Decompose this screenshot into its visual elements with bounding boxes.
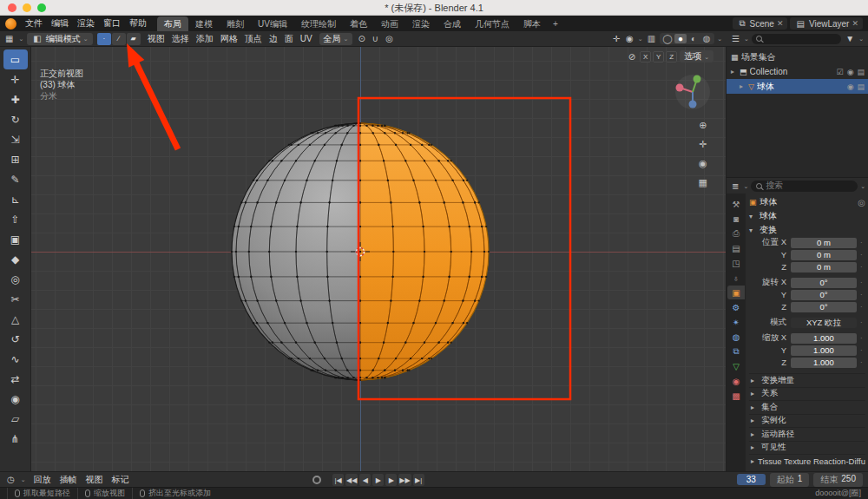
tool-button[interactable]: ⊾ — [3, 189, 28, 209]
viewport-menu-item[interactable]: 边 — [266, 32, 281, 46]
expand-caret-icon[interactable]: ▸ — [740, 82, 746, 90]
animate-dot-icon[interactable]: ∙ — [857, 358, 865, 366]
workspace-tab[interactable]: 几何节点 — [468, 16, 516, 31]
workspace-tab[interactable]: 动画 — [374, 16, 405, 31]
menu-item[interactable]: 帮助 — [125, 16, 151, 30]
transport-button[interactable]: ◀ — [359, 474, 371, 486]
tool-button[interactable]: ✎ — [3, 169, 28, 189]
viewport-menu-item[interactable]: UV — [297, 32, 316, 46]
properties-tab[interactable]: ◳ — [727, 256, 745, 270]
viewport-menu-item[interactable]: 添加 — [193, 32, 217, 46]
transport-button[interactable]: ◀◀ — [345, 474, 358, 486]
checkbox-icon[interactable]: ☑ — [837, 68, 844, 76]
snap-magnet-icon[interactable]: ∪ — [371, 34, 380, 43]
shading-options-caret-icon[interactable]: ⌄ — [717, 36, 722, 42]
field-value-input[interactable]: 0° — [791, 290, 857, 300]
tool-button[interactable]: ⊞ — [3, 149, 28, 169]
select-mode-button[interactable]: ∕ — [112, 33, 126, 45]
properties-tab[interactable]: ▽ — [727, 359, 745, 373]
transport-button[interactable]: ▶ — [372, 474, 384, 486]
options-dropdown[interactable]: 选项 ⌄ — [680, 50, 713, 62]
viewport-nav-icon[interactable]: ✛ — [699, 139, 707, 150]
menu-item[interactable]: 编辑 — [47, 16, 73, 30]
animate-dot-icon[interactable]: ∙ — [857, 346, 865, 354]
shading-mode-button[interactable]: ◐ — [687, 34, 700, 43]
tool-button[interactable]: ⇄ — [3, 369, 28, 389]
hide-eye-icon[interactable]: ◉ — [847, 68, 854, 76]
animate-dot-icon[interactable]: ∙ — [857, 251, 865, 259]
tool-button[interactable]: ▣ — [3, 229, 28, 249]
properties-tab[interactable]: ▣ — [727, 286, 745, 299]
tool-button[interactable]: ∿ — [3, 349, 28, 369]
auto-keying-button[interactable] — [312, 476, 321, 484]
pin-icon[interactable]: ◎ — [858, 198, 865, 207]
timeline-editor-icon[interactable]: ◷ — [5, 475, 16, 484]
outliner-search-input[interactable] — [752, 34, 841, 44]
mirror-axis-button[interactable]: Y — [653, 51, 664, 62]
viewport-nav-icon[interactable]: ⊕ — [699, 120, 707, 131]
tool-button[interactable]: ↻ — [3, 109, 28, 129]
collapsed-panel-header[interactable]: ▸ 变换增量 — [749, 373, 865, 387]
properties-tab[interactable]: ◉ — [727, 374, 745, 388]
collapsed-panel-header[interactable]: ▸ 关系 — [749, 387, 865, 401]
workspace-tab[interactable]: 纹理绘制 — [294, 16, 343, 31]
viewport-menu-item[interactable]: 顶点 — [241, 32, 266, 46]
tool-button[interactable]: ⋔ — [3, 429, 28, 449]
tool-button[interactable]: ✚ — [3, 89, 28, 109]
transport-button[interactable]: ▶ — [385, 474, 397, 486]
tool-button[interactable]: ✂ — [3, 289, 28, 309]
disable-render-camera-icon[interactable]: ▤ — [857, 68, 865, 76]
disable-render-camera-icon[interactable]: ▤ — [857, 82, 865, 91]
field-value-input[interactable]: 0 m — [791, 262, 857, 272]
properties-editor-icon[interactable]: ≣ — [730, 181, 740, 191]
transport-button[interactable]: ▶▶ — [398, 474, 411, 486]
workspace-tab[interactable]: UV编辑 — [251, 16, 294, 31]
field-value-input[interactable]: 1.000 — [791, 345, 857, 356]
workspace-tab[interactable]: 脚本 — [516, 16, 548, 31]
viewport-3d[interactable]: 正交前视图 (33) 球体 分米 ⊘ XYZ 选项 ⌄ ⊕✛◉▦ — [31, 47, 726, 471]
field-value-input[interactable]: 1.000 — [791, 358, 857, 368]
tool-button[interactable]: ⇧ — [3, 209, 28, 229]
field-value-input[interactable]: 0 m — [791, 250, 857, 260]
unlink-scene-icon[interactable]: ✕ — [777, 19, 784, 28]
tool-button[interactable]: ⇲ — [3, 129, 28, 149]
select-mode-button[interactable]: ▰ — [127, 33, 141, 45]
tool-button[interactable]: △ — [3, 309, 28, 329]
collapsed-panel-header[interactable]: ▸ 实例化 — [749, 414, 865, 428]
hide-eye-icon[interactable]: ◉ — [847, 82, 854, 91]
transport-button[interactable]: |◀ — [332, 474, 344, 486]
workspace-tab[interactable]: 雕刻 — [220, 16, 251, 31]
workspace-tab[interactable]: 着色 — [343, 16, 374, 31]
field-value-input[interactable]: XYZ 欧拉 — [791, 318, 857, 328]
animate-dot-icon[interactable]: ∙ — [857, 279, 865, 286]
animate-dot-icon[interactable]: ∙ — [857, 303, 865, 311]
shading-mode-button[interactable]: ◯ — [661, 34, 674, 43]
animate-dot-icon[interactable]: ∙ — [857, 263, 865, 271]
menu-item[interactable]: 渲染 — [73, 16, 99, 30]
properties-tab[interactable]: ⧉ — [727, 345, 745, 358]
properties-tab[interactable]: ◙ — [727, 212, 745, 226]
properties-tab[interactable]: ✴ — [727, 315, 745, 329]
workspace-tab[interactable]: 建模 — [188, 16, 220, 31]
timeline-menu-item[interactable]: 回放 — [30, 473, 55, 487]
shading-mode-button[interactable]: ◍ — [700, 34, 713, 43]
properties-tab[interactable]: ♁ — [727, 271, 745, 285]
add-workspace-button[interactable]: + — [549, 19, 562, 29]
remove-viewlayer-icon[interactable]: ✕ — [852, 19, 858, 28]
object-panel-header[interactable]: ▾ 球体 — [749, 209, 865, 223]
animate-dot-icon[interactable]: ∙ — [857, 291, 865, 299]
menu-item[interactable]: 窗口 — [99, 16, 125, 30]
workspace-tab[interactable]: 合成 — [437, 16, 468, 31]
timeline-menu-item[interactable]: 视图 — [82, 473, 107, 487]
tool-button[interactable]: ✛ — [3, 69, 28, 89]
viewlayer-selector[interactable]: ▤ ViewLayer ✕ — [790, 17, 863, 30]
properties-tab[interactable]: ▤ — [727, 241, 745, 255]
properties-search-input[interactable]: 搜索 — [751, 181, 858, 192]
pivot-point-icon[interactable]: ⊙ — [356, 34, 366, 43]
outliner-editor-icon[interactable]: ☰ — [730, 34, 741, 43]
animate-dot-icon[interactable]: ∙ — [857, 239, 865, 246]
viewport-menu-item[interactable]: 选择 — [168, 32, 193, 46]
animate-dot-icon[interactable]: ∙ — [857, 334, 865, 342]
frame-start-field[interactable]: 起始 1 — [770, 473, 810, 487]
viewport-menu-item[interactable]: 网格 — [217, 32, 241, 46]
